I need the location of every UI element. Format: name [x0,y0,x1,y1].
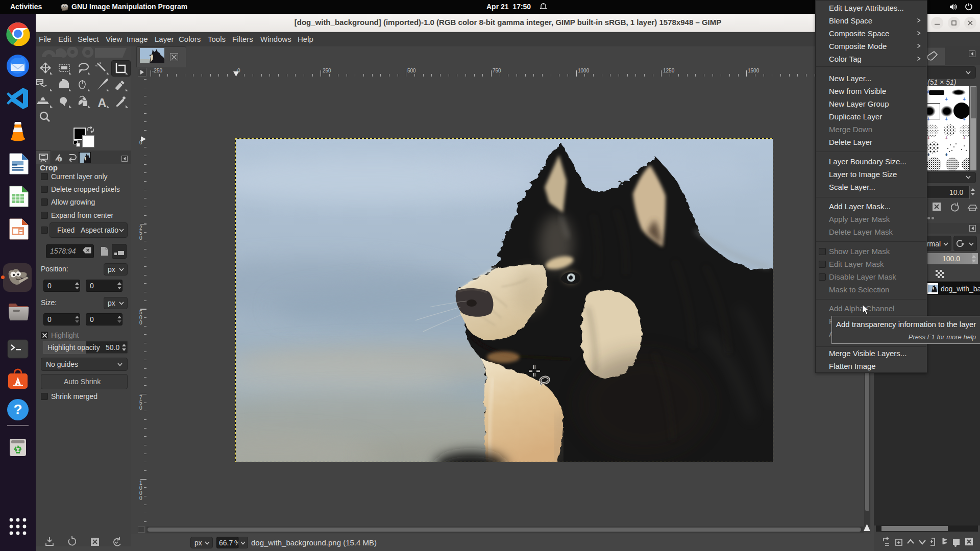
svg-text:+: + [945,136,948,141]
svg-text:A: A [97,96,106,110]
svg-text:?: ? [13,402,22,417]
svg-text:+: + [963,117,966,122]
svg-text:+: + [945,97,948,103]
svg-text:+: + [963,97,966,103]
svg-text:+: + [945,153,948,158]
svg-text:+: + [945,117,948,122]
